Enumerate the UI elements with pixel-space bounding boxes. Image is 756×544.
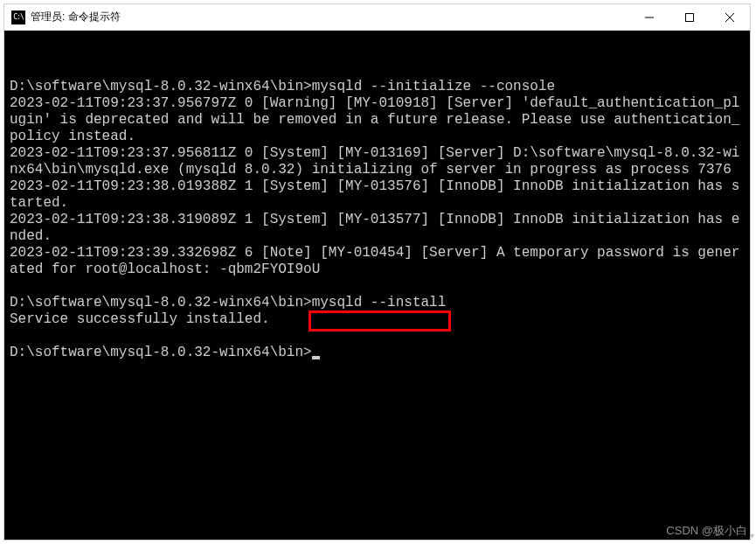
- cmd-icon: C:\: [11, 10, 25, 24]
- prompt-line: D:\software\mysql-8.0.32-winx64\bin>mysq…: [10, 79, 745, 95]
- prompt-path: D:\software\mysql-8.0.32-winx64\bin>: [10, 295, 312, 310]
- minimize-button[interactable]: [629, 4, 669, 30]
- output-line: 2023-02-11T09:23:38.319089Z 1 [System] […: [10, 212, 745, 245]
- scroll-indicator-icon: ▾: [750, 531, 754, 541]
- svg-rect-1: [686, 13, 694, 21]
- command-text: mysqld --install: [312, 295, 447, 310]
- output-line: 2023-02-11T09:23:37.956811Z 0 [System] […: [10, 145, 745, 178]
- output-line: Service successfully installed.: [10, 311, 745, 328]
- cursor: [312, 356, 320, 359]
- prompt-path: D:\software\mysql-8.0.32-winx64\bin>: [10, 345, 312, 360]
- close-button[interactable]: [710, 4, 750, 30]
- watermark-text: CSDN @极小白: [666, 523, 747, 539]
- command-prompt-window: C:\ 管理员: 命令提示符 D:\software\mysql-8.0.32-…: [3, 3, 751, 541]
- prompt-line: D:\software\mysql-8.0.32-winx64\bin>mysq…: [10, 295, 745, 311]
- window-title: 管理员: 命令提示符: [31, 10, 629, 24]
- output-line: 2023-02-11T09:23:39.332698Z 6 [Note] [MY…: [10, 245, 745, 278]
- titlebar: C:\ 管理员: 命令提示符: [4, 4, 750, 31]
- window-controls: [629, 4, 750, 30]
- prompt-line: D:\software\mysql-8.0.32-winx64\bin>: [10, 345, 745, 361]
- command-text: mysqld --initialize --console: [312, 79, 555, 94]
- maximize-button[interactable]: [669, 4, 710, 30]
- prompt-path: D:\software\mysql-8.0.32-winx64\bin>: [10, 79, 312, 94]
- terminal-output[interactable]: D:\software\mysql-8.0.32-winx64\bin>mysq…: [4, 31, 750, 540]
- output-line: 2023-02-11T09:23:38.019388Z 1 [System] […: [10, 178, 745, 212]
- output-line: 2023-02-11T09:23:37.956797Z 0 [Warning] …: [10, 95, 745, 145]
